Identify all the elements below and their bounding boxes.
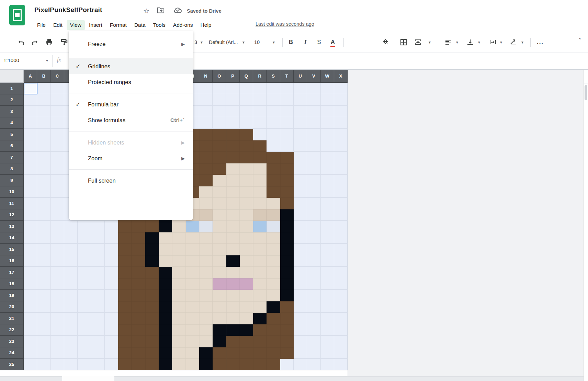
art-cell[interactable] bbox=[213, 175, 226, 186]
art-cell[interactable] bbox=[267, 152, 280, 163]
art-cell[interactable] bbox=[145, 324, 159, 336]
art-cell[interactable] bbox=[253, 336, 267, 347]
art-cell[interactable] bbox=[213, 255, 226, 267]
art-cell[interactable] bbox=[118, 290, 132, 301]
art-cell[interactable] bbox=[267, 255, 280, 267]
art-cell[interactable] bbox=[280, 255, 294, 267]
art-cell[interactable] bbox=[199, 313, 213, 324]
art-cell[interactable] bbox=[240, 163, 253, 175]
art-cell[interactable] bbox=[240, 198, 253, 209]
column-header-x[interactable]: X bbox=[334, 70, 348, 83]
text-rotate-dropdown-icon[interactable]: ▼ bbox=[521, 41, 524, 44]
art-cell[interactable] bbox=[199, 244, 213, 255]
art-cell[interactable] bbox=[172, 255, 185, 267]
art-cell[interactable] bbox=[280, 198, 294, 209]
art-cell[interactable] bbox=[253, 290, 267, 301]
art-cell[interactable] bbox=[226, 278, 240, 290]
art-cell[interactable] bbox=[213, 221, 226, 232]
art-cell[interactable] bbox=[186, 359, 199, 370]
art-cell[interactable] bbox=[253, 347, 267, 359]
column-header-r[interactable]: R bbox=[253, 70, 267, 83]
art-cell[interactable] bbox=[267, 313, 280, 324]
art-cell[interactable] bbox=[199, 221, 213, 232]
art-cell[interactable] bbox=[186, 244, 199, 255]
view-menu-item-full-screen[interactable]: Full screen bbox=[69, 173, 193, 188]
menubar-item-data[interactable]: Data bbox=[131, 20, 149, 30]
column-header-s[interactable]: S bbox=[267, 70, 280, 83]
hidden-zoom-control[interactable]: 3 ▼ bbox=[194, 37, 203, 47]
column-header-u[interactable]: U bbox=[294, 70, 307, 83]
art-cell[interactable] bbox=[213, 232, 226, 244]
art-cell[interactable] bbox=[199, 347, 213, 359]
art-cell[interactable] bbox=[213, 140, 226, 152]
column-header-a[interactable]: A bbox=[24, 70, 37, 83]
art-cell[interactable] bbox=[172, 290, 185, 301]
column-header-n[interactable]: N bbox=[199, 70, 213, 83]
art-cell[interactable] bbox=[159, 232, 172, 244]
art-cell[interactable] bbox=[199, 186, 213, 198]
art-cell[interactable] bbox=[159, 336, 172, 347]
art-cell[interactable] bbox=[267, 301, 280, 313]
name-box[interactable]: 1:1000 bbox=[3, 57, 45, 63]
row-header-16[interactable]: 16 bbox=[0, 255, 24, 267]
art-cell[interactable] bbox=[226, 175, 240, 186]
art-cell[interactable] bbox=[199, 209, 213, 221]
art-cell[interactable] bbox=[145, 232, 159, 244]
collapse-toolbar-icon[interactable]: ⌃ bbox=[578, 37, 582, 43]
art-cell[interactable] bbox=[213, 347, 226, 359]
row-header-12[interactable]: 12 bbox=[0, 209, 24, 221]
art-cell[interactable] bbox=[145, 359, 159, 370]
paint-format-icon[interactable] bbox=[58, 36, 70, 48]
art-cell[interactable] bbox=[267, 163, 280, 175]
art-cell[interactable] bbox=[145, 267, 159, 278]
art-cell[interactable] bbox=[253, 324, 267, 336]
borders-icon[interactable] bbox=[398, 36, 409, 48]
art-cell[interactable] bbox=[213, 244, 226, 255]
row-header-23[interactable]: 23 bbox=[0, 336, 24, 347]
art-cell[interactable] bbox=[267, 186, 280, 198]
art-cell[interactable] bbox=[159, 347, 172, 359]
art-cell[interactable] bbox=[226, 244, 240, 255]
art-cell[interactable] bbox=[132, 290, 145, 301]
art-cell[interactable] bbox=[253, 209, 267, 221]
art-cell[interactable] bbox=[280, 301, 294, 313]
art-cell[interactable] bbox=[145, 313, 159, 324]
art-cell[interactable] bbox=[213, 313, 226, 324]
art-cell[interactable] bbox=[240, 175, 253, 186]
art-cell[interactable] bbox=[226, 209, 240, 221]
art-cell[interactable] bbox=[226, 347, 240, 359]
art-cell[interactable] bbox=[226, 163, 240, 175]
art-cell[interactable] bbox=[280, 209, 294, 221]
art-cell[interactable] bbox=[145, 221, 159, 232]
art-cell[interactable] bbox=[213, 209, 226, 221]
art-cell[interactable] bbox=[280, 278, 294, 290]
art-cell[interactable] bbox=[240, 232, 253, 244]
art-cell[interactable] bbox=[186, 278, 199, 290]
art-cell[interactable] bbox=[172, 324, 185, 336]
art-cell[interactable] bbox=[280, 221, 294, 232]
row-header-4[interactable]: 4 bbox=[0, 117, 24, 129]
art-cell[interactable] bbox=[132, 255, 145, 267]
row-header-17[interactable]: 17 bbox=[0, 267, 24, 278]
text-color-button[interactable]: A bbox=[327, 36, 339, 48]
art-cell[interactable] bbox=[172, 221, 185, 232]
art-cell[interactable] bbox=[240, 347, 253, 359]
art-cell[interactable] bbox=[172, 278, 185, 290]
column-header-b[interactable]: B bbox=[37, 70, 50, 83]
art-cell[interactable] bbox=[253, 255, 267, 267]
art-cell[interactable] bbox=[118, 301, 132, 313]
art-cell[interactable] bbox=[280, 347, 294, 359]
row-header-22[interactable]: 22 bbox=[0, 324, 24, 336]
art-cell[interactable] bbox=[226, 255, 240, 267]
art-cell[interactable] bbox=[267, 336, 280, 347]
art-cell[interactable] bbox=[213, 359, 226, 370]
row-header-20[interactable]: 20 bbox=[0, 301, 24, 313]
menubar-item-view[interactable]: View bbox=[67, 20, 85, 30]
art-cell[interactable] bbox=[240, 129, 253, 140]
art-cell[interactable] bbox=[132, 347, 145, 359]
art-cell[interactable] bbox=[199, 232, 213, 244]
art-cell[interactable] bbox=[213, 129, 226, 140]
strikethrough-button[interactable]: S bbox=[313, 36, 325, 48]
art-cell[interactable] bbox=[226, 301, 240, 313]
art-cell[interactable] bbox=[240, 267, 253, 278]
